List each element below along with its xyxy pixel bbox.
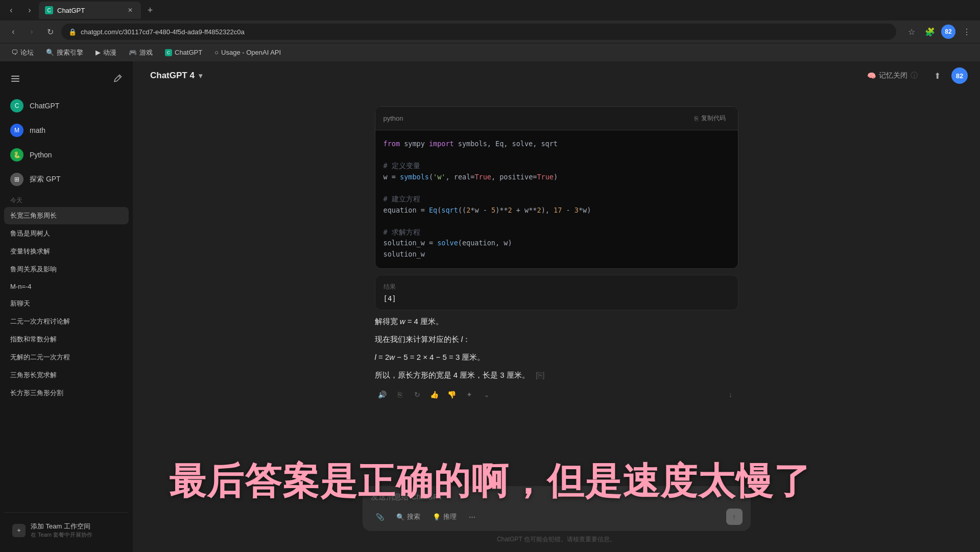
chat-item-1[interactable]: 鲁迅是周树人 — [4, 225, 129, 242]
user-avatar[interactable]: 82 — [951, 67, 968, 84]
memory-label: 记忆关闭 — [879, 71, 907, 80]
more-tools-button[interactable]: ⋯ — [464, 511, 481, 523]
regenerate-button[interactable]: ↻ — [410, 387, 425, 402]
chat-item-9[interactable]: 三角形长宽求解 — [4, 366, 129, 384]
copy-code-button[interactable]: ⎘ 复制代码 — [690, 112, 730, 125]
search-engine-icon: 🔍 — [46, 49, 54, 56]
svg-rect-0 — [11, 76, 19, 77]
thumbs-down-button[interactable]: 👎 — [444, 387, 460, 402]
result-value: [4] — [384, 294, 730, 303]
message-input[interactable] — [371, 492, 743, 504]
bookmark-anime[interactable]: ▶ 动漫 — [90, 46, 122, 59]
active-tab[interactable]: C ChatGPT ✕ — [39, 2, 141, 19]
audio-button[interactable]: 🔊 — [375, 387, 390, 402]
input-left-tools: 📎 🔍 搜索 💡 推理 ⋯ — [371, 510, 481, 524]
chat-item-4[interactable]: M-n=-4 — [4, 279, 129, 294]
code-body: from sympy import symbols, Eq, solve, sq… — [375, 130, 738, 268]
chat-item-10[interactable]: 长方形三角形分割 — [4, 384, 129, 402]
thumbs-up-button[interactable]: 👍 — [427, 387, 442, 402]
reason-icon: 💡 — [433, 513, 441, 521]
openai-icon: ○ — [214, 49, 219, 56]
back-button[interactable]: ‹ — [6, 25, 20, 39]
sidebar-item-chatgpt[interactable]: C ChatGPT — [4, 94, 129, 118]
more-options-button[interactable]: ✦ — [462, 387, 477, 402]
attach-button[interactable]: 📎 — [371, 511, 389, 523]
sidebar-item-explore[interactable]: ⊞ 探索 GPT — [4, 168, 129, 191]
team-info: 添加 Team 工作空间 在 Team 套餐中开展协作 — [31, 522, 92, 539]
chat-content: python ⎘ 复制代码 from sympy import symbols,… — [363, 100, 751, 406]
bookmark-search[interactable]: 🔍 搜索引擎 — [41, 46, 88, 59]
url-text: chatgpt.com/c/30117cd7-e480-4f5d-ada9-ff… — [81, 28, 245, 36]
team-sub-label: 在 Team 套餐中开展协作 — [31, 531, 92, 539]
code-language-label: python — [384, 114, 403, 122]
reason-button[interactable]: 💡 推理 — [427, 510, 462, 524]
forward-button[interactable]: › — [25, 25, 39, 39]
refresh-button[interactable]: ↻ — [43, 25, 57, 39]
search-tool-button[interactable]: 🔍 搜索 — [391, 510, 425, 524]
sidebar-item-math[interactable]: M math — [4, 119, 129, 142]
chat-area: python ⎘ 复制代码 from sympy import symbols,… — [133, 90, 980, 480]
chat-item-text-10: 长方形三角形分割 — [10, 388, 123, 398]
chat-item-2[interactable]: 变量转换求解 — [4, 243, 129, 260]
chat-item-8[interactable]: 无解的二元一次方程 — [4, 349, 129, 366]
bookmark-star-button[interactable]: ☆ — [904, 25, 919, 39]
copy-response-button[interactable]: [⎘] — [536, 371, 544, 379]
chat-item-text-4: M-n=-4 — [10, 283, 123, 290]
bookmark-anime-label: 动漫 — [103, 48, 116, 57]
scroll-down-button[interactable]: ↓ — [723, 387, 738, 402]
nav-forward[interactable]: › — [22, 3, 37, 17]
new-tab-button[interactable]: + — [143, 3, 157, 17]
tab-close-button[interactable]: ✕ — [126, 6, 135, 15]
address-bar[interactable]: 🔒 chatgpt.com/c/30117cd7-e480-4f5d-ada9-… — [61, 24, 896, 40]
bookmark-search-label: 搜索引擎 — [57, 48, 83, 57]
bookmark-games[interactable]: 🎮 游戏 — [124, 46, 158, 59]
chat-item-text-7: 指数和常数分解 — [10, 335, 123, 344]
sidebar-explore-label: 探索 GPT — [30, 175, 61, 184]
search-tool-icon: 🔍 — [396, 513, 404, 521]
chat-item-7[interactable]: 指数和常数分解 — [4, 331, 129, 348]
extension-button[interactable]: 🧩 — [923, 25, 937, 39]
input-toolbar: 📎 🔍 搜索 💡 推理 ⋯ — [371, 509, 743, 525]
more-tools-icon: ⋯ — [469, 513, 475, 521]
share-button[interactable]: ⬆ — [929, 67, 945, 84]
sidebar-chatgpt-label: ChatGPT — [30, 102, 59, 110]
sidebar-math-label: math — [30, 126, 45, 134]
sidebar-item-python[interactable]: 🐍 Python — [4, 143, 129, 167]
chat-item-text-9: 三角形长宽求解 — [10, 371, 123, 380]
bookmark-chatgpt[interactable]: C ChatGPT — [160, 47, 207, 58]
expand-button[interactable]: ⌄ — [479, 387, 494, 402]
sidebar-toggle-button[interactable] — [6, 70, 25, 88]
add-team-workspace[interactable]: + 添加 Team 工作空间 在 Team 套餐中开展协作 — [6, 517, 127, 544]
memory-button[interactable]: 🧠 记忆关闭 ⓘ — [862, 68, 923, 83]
chat-item-text-6: 二元一次方程讨论解 — [10, 317, 123, 326]
bookmark-games-label: 游戏 — [139, 48, 153, 57]
menu-button[interactable]: ⋮ — [960, 25, 974, 39]
bookmark-forum[interactable]: 🗨 论坛 — [6, 46, 39, 59]
browser-avatar[interactable]: 82 — [941, 25, 955, 39]
bookmark-openai-usage[interactable]: ○ Usage - OpenAI API — [209, 47, 286, 58]
team-icon: + — [12, 524, 26, 537]
profile-button[interactable]: 82 — [941, 25, 955, 39]
memory-icon: 🧠 — [867, 72, 876, 80]
chat-item-0[interactable]: 长宽三角形周长 ··· — [4, 207, 129, 224]
chatgpt-bookmark-icon: C — [165, 49, 172, 56]
compose-button[interactable] — [108, 70, 127, 88]
bookmarks-bar: 🗨 论坛 🔍 搜索引擎 ▶ 动漫 🎮 游戏 C ChatGPT ○ Usage … — [0, 43, 980, 61]
secure-icon: 🔒 — [68, 28, 77, 36]
tab-bar: ‹ › C ChatGPT ✕ + — [0, 0, 980, 20]
window-controls: ‹ › — [4, 3, 37, 17]
copy-message-button[interactable]: ⎘ — [392, 387, 408, 402]
model-name: ChatGPT 4 — [150, 71, 195, 81]
sidebar-top-controls — [4, 65, 129, 92]
sidebar-bottom: + 添加 Team 工作空间 在 Team 套餐中开展协作 — [4, 512, 129, 548]
svg-rect-2 — [11, 81, 19, 82]
chat-item-5[interactable]: 新聊天 — [4, 295, 129, 312]
nav-back[interactable]: ‹ — [4, 3, 18, 17]
input-container: 📎 🔍 搜索 💡 推理 ⋯ — [363, 486, 751, 531]
chat-item-6[interactable]: 二元一次方程讨论解 — [4, 313, 129, 330]
model-selector[interactable]: ChatGPT 4 ▾ — [145, 67, 207, 84]
explore-icon: ⊞ — [10, 173, 23, 186]
chat-item-3[interactable]: 鲁周关系及影响 — [4, 261, 129, 278]
svg-rect-1 — [11, 78, 19, 79]
send-button[interactable]: ↑ — [726, 509, 743, 525]
